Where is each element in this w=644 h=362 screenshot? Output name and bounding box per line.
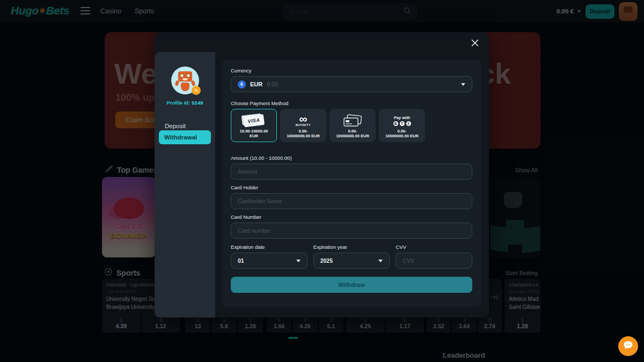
card-holder-field: Card Holder [231,184,472,209]
currency-code: EUR [250,81,262,87]
currency-field: Currency € EUR 0.00 [231,68,472,92]
chevron-down-icon [378,260,383,262]
currency-amount: 0.00 [267,81,277,87]
expiration-year-field: Expiration year 2025 [313,244,390,269]
card-number-label: Card Number [231,214,472,220]
chat-support-button[interactable] [618,336,638,356]
cvv-input[interactable] [396,253,472,269]
cvv-label: CVV [396,244,472,250]
card-number-field: Card Number [231,214,472,239]
profile-avatar[interactable]: ✎ [171,67,199,94]
chat-bubble-icon [623,341,633,352]
card-holder-label: Card Holder [231,184,472,190]
crypto-coins-icon: B T Ξ [393,121,411,126]
payment-method-card[interactable]: 0.00-10000000.00 EUR [330,109,376,142]
chevron-down-icon [461,83,465,86]
cvv-field: CVV [396,244,472,269]
expiration-date-select[interactable]: 01 [231,253,308,269]
expiration-date-field: Expiration date 01 [231,244,308,269]
page: HugoBets Casino Sports 0.00 € Deposit We… [0,0,644,362]
card-holder-input[interactable] [231,193,472,209]
withdrawal-form: Currency € EUR 0.00 Choose Payment Metho… [222,60,481,307]
currency-label: Currency [231,68,472,73]
amount-label: Amount (10.00 - 10000.00) [231,155,472,161]
edit-avatar-icon[interactable]: ✎ [192,86,201,95]
payment-methods: VISA 10.00-10000.00EUR ∞ MiFINITY 0.00-1… [231,109,472,142]
chevron-down-icon [296,260,301,262]
modal-sidebar: ✎ Profile Id:5249 Deposit Withdrawal [155,52,215,317]
payment-method-visa[interactable]: VISA 10.00-10000.00EUR [231,109,277,142]
expiration-row: Expiration date 01 Expiration year 2025 … [231,244,472,269]
withdraw-submit-button[interactable]: Withdraw [231,277,472,293]
credit-card-icon [343,114,362,128]
withdrawal-modal: ✎ Profile Id:5249 Deposit Withdrawal Cur… [155,32,489,317]
euro-coin-icon: € [238,80,246,88]
card-number-input[interactable] [231,223,472,239]
profile-id: Profile Id:5249 [155,100,215,106]
payment-method-mifinity[interactable]: ∞ MiFINITY 0.00-10000000.00 EUR [280,109,326,142]
visa-icon: VISA [243,114,265,127]
amount-field: Amount (10.00 - 10000.00) [231,155,472,180]
close-icon[interactable] [471,39,479,47]
sidebar-item-withdrawal[interactable]: Withdrawal [159,130,211,144]
currency-select[interactable]: € EUR 0.00 [231,76,472,92]
payment-method-label: Choose Payment Method [231,100,472,106]
expiration-year-label: Expiration year [313,244,390,250]
mifinity-icon: ∞ [299,115,308,123]
expiration-year-select[interactable]: 2025 [313,253,390,269]
payment-method-crypto[interactable]: Pay with B T Ξ 0.00-10000000.00 EUR [379,109,425,142]
amount-input[interactable] [231,164,472,180]
expiration-date-label: Expiration date [231,244,308,250]
